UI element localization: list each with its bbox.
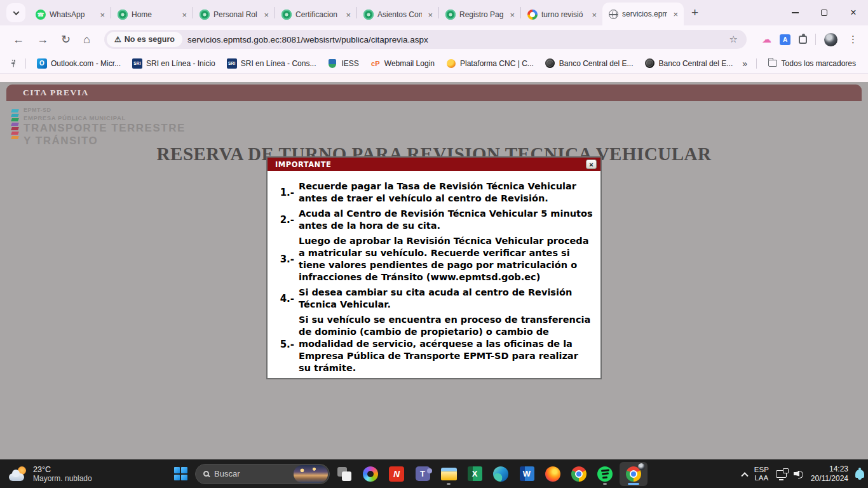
cpanel-icon: cP <box>370 58 381 69</box>
tab-close-button[interactable]: × <box>98 10 107 20</box>
tab-close-button[interactable]: × <box>590 10 599 20</box>
window-controls: × <box>780 0 868 25</box>
file-explorer-button[interactable] <box>437 462 460 486</box>
municipal-emblem-icon <box>118 10 128 20</box>
copilot-icon <box>363 466 378 482</box>
bookmark-label: SRI en Línea - Inicio <box>146 59 215 68</box>
task-view-button[interactable] <box>333 462 356 486</box>
network-icon[interactable] <box>776 470 787 478</box>
browser-toolbar: ← → ↻ ⌂ ⚠ No es seguro servicios.epmtsd.… <box>0 25 868 53</box>
firefox-button[interactable] <box>541 462 564 486</box>
tab-search-button[interactable] <box>6 3 25 22</box>
tab-certificacion[interactable]: Certificacion × <box>275 4 356 25</box>
excel-button[interactable]: X <box>463 462 486 486</box>
task-view-icon <box>337 467 351 481</box>
tab-label: servicios.epm <box>622 10 667 18</box>
active-indicator <box>628 483 639 485</box>
chrome-active-button[interactable] <box>620 462 648 486</box>
file-explorer-icon <box>441 468 457 480</box>
spotify-button[interactable] <box>593 462 616 486</box>
apps-grid-icon[interactable] <box>11 60 15 67</box>
nitro-pdf-button[interactable]: N <box>385 462 408 486</box>
reload-button[interactable]: ↻ <box>55 32 77 46</box>
tab-close-button[interactable]: × <box>671 10 680 19</box>
page-top-strip <box>0 74 868 82</box>
start-button[interactable] <box>169 462 192 486</box>
window-close-button[interactable]: × <box>839 0 868 25</box>
running-indicator <box>447 483 451 485</box>
dark-globe-icon <box>545 58 555 68</box>
bookmark-iess[interactable]: IESS <box>327 58 358 69</box>
copilot-button[interactable] <box>359 462 382 486</box>
edge-button[interactable] <box>489 462 512 486</box>
tab-close-button[interactable]: × <box>508 10 517 20</box>
weather-extension-icon[interactable]: ☁ <box>762 34 771 45</box>
edge-icon <box>493 466 508 482</box>
teams-button[interactable]: T <box>411 462 434 486</box>
bookmark-outlook[interactable]: OOutlook.com - Micr... <box>37 58 121 69</box>
extensions-puzzle-icon[interactable] <box>799 36 807 44</box>
screen: ☎ WhatsApp × Home × Personal Rol × Certi… <box>0 0 868 488</box>
tab-turno-revision[interactable]: turno revisió × <box>521 4 602 25</box>
tab-close-button[interactable]: × <box>344 10 353 20</box>
item-number: 1.- <box>276 187 294 198</box>
tab-close-button[interactable]: × <box>262 10 271 20</box>
nitro-pdf-icon: N <box>389 466 404 482</box>
bookmark-banco-central-2[interactable]: Banco Central del E... <box>645 58 733 69</box>
modal-close-button[interactable]: × <box>586 159 597 169</box>
item-text: Luego de aprobar la Revisión Técnica Veh… <box>299 235 593 283</box>
back-button[interactable]: ← <box>6 33 31 46</box>
forward-button[interactable]: → <box>31 33 55 46</box>
tab-personal-rol[interactable]: Personal Rol × <box>193 4 275 25</box>
system-tray: ESP LAA 14:23 20/11/2024 <box>742 459 864 488</box>
new-tab-button[interactable]: + <box>684 6 706 20</box>
bookmark-label: Webmail Login <box>384 59 435 68</box>
profile-avatar[interactable] <box>824 33 837 46</box>
municipal-emblem-icon <box>200 10 210 20</box>
home-button[interactable]: ⌂ <box>77 33 97 46</box>
bookmark-star-icon[interactable]: ☆ <box>724 34 743 45</box>
tab-close-button[interactable]: × <box>426 10 435 20</box>
item-text: Recuerde pagar la Tasa de Revisión Técni… <box>299 180 593 205</box>
bookmark-sri-consultas[interactable]: SRISRI en Línea - Cons... <box>227 58 316 69</box>
bookmark-banco-central-1[interactable]: Banco Central del E... <box>545 58 634 69</box>
word-button[interactable]: W <box>515 462 538 486</box>
hidden-icons-chevron[interactable] <box>741 472 748 479</box>
bookmark-cnc[interactable]: Plataforma CNC | C... <box>446 58 534 69</box>
teams-icon: T <box>416 466 430 481</box>
volume-icon[interactable] <box>794 470 804 478</box>
tab-home[interactable]: Home × <box>111 4 193 25</box>
chrome-button[interactable] <box>567 462 590 486</box>
tab-asientos[interactable]: Asientos Con × <box>357 4 438 25</box>
taskbar-search[interactable]: Buscar <box>195 464 330 484</box>
nav-buttons: ← → ↻ ⌂ <box>0 32 97 46</box>
clock-widget[interactable]: 14:23 20/11/2024 <box>811 464 848 484</box>
bookmarks-overflow-button[interactable]: » <box>738 58 751 69</box>
tab-whatsapp[interactable]: ☎ WhatsApp × <box>29 4 111 25</box>
modal-header: IMPORTANTE × <box>268 158 600 171</box>
logo-line2: EMPRESA PÚBLICA MUNICIPAL <box>24 114 186 121</box>
notification-bell-icon[interactable] <box>855 470 864 478</box>
weather-widget[interactable]: 23°C Mayorm. nublado <box>5 459 96 488</box>
firefox-icon <box>545 466 560 482</box>
modal-title: IMPORTANTE <box>275 160 586 169</box>
bookmark-label: Plataforma CNC | C... <box>460 59 534 68</box>
menu-icon[interactable]: ⋮ <box>846 34 860 45</box>
bookmark-sri-inicio[interactable]: SRISRI en Línea - Inicio <box>132 58 215 69</box>
translate-icon[interactable]: A <box>780 34 790 45</box>
logo-bars-icon <box>11 107 18 147</box>
bookmark-label: Banco Central del E... <box>659 59 733 68</box>
window-minimize-button[interactable] <box>780 0 810 25</box>
bookmark-webmail[interactable]: cPWebmail Login <box>370 58 435 69</box>
security-chip[interactable]: ⚠ No es seguro <box>107 32 182 47</box>
search-highlight-image[interactable] <box>294 465 328 483</box>
language-indicator[interactable]: ESP LAA <box>754 466 769 482</box>
all-bookmarks-button[interactable]: Todos los marcadores <box>768 58 856 69</box>
tab-close-button[interactable]: × <box>180 10 189 20</box>
language-line2: LAA <box>754 474 769 482</box>
item-text: Acuda al Centro de Revisión Técnica Vehi… <box>299 208 593 232</box>
window-maximize-button[interactable] <box>810 0 839 25</box>
tab-servicios-active[interactable]: servicios.epm × <box>602 3 684 25</box>
tab-registro[interactable]: Registro Pag × <box>439 4 520 25</box>
address-bar[interactable]: ⚠ No es seguro servicios.epmtsd.gob.ec:8… <box>104 30 747 49</box>
